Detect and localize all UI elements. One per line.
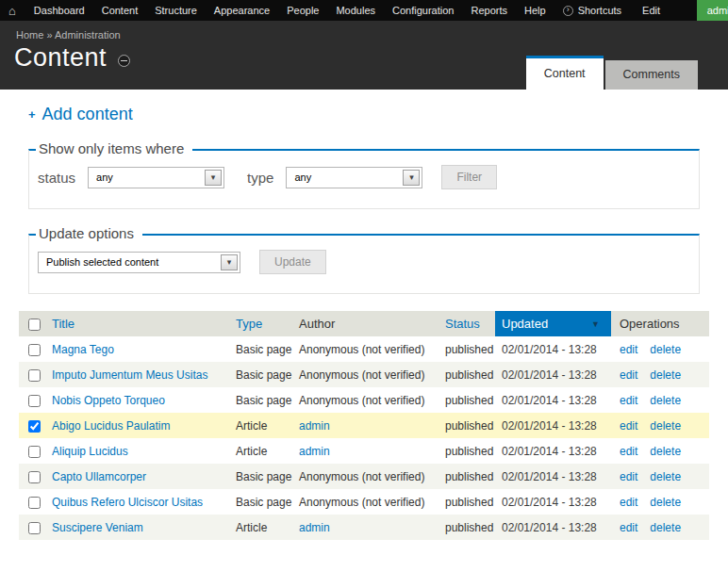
author-text: Anonymous (not verified) (297, 336, 443, 362)
node-type: Basic page (234, 387, 297, 413)
updated-timestamp: 02/01/2014 - 13:28 (495, 336, 611, 362)
add-content-link[interactable]: + Add content (28, 105, 133, 124)
delete-link[interactable]: delete (650, 343, 681, 356)
node-title-link[interactable]: Aliquip Lucidus (52, 445, 128, 458)
node-title-link[interactable]: Capto Ullamcorper (52, 470, 146, 483)
author-text: Anonymous (not verified) (297, 489, 443, 515)
toolbar-item-dashboard[interactable]: Dashboard (25, 0, 93, 21)
shortcut-toggle-icon[interactable] (118, 55, 130, 67)
type-select[interactable]: any ▾ (286, 167, 422, 188)
edit-shortcuts-link[interactable]: Edit shortcuts (630, 0, 697, 21)
updated-timestamp: 02/01/2014 - 13:28 (495, 413, 611, 438)
filter-button[interactable]: Filter (441, 165, 497, 189)
update-button[interactable]: Update (259, 250, 326, 274)
update-options-body: Publish selected content ▾ Update (29, 236, 699, 293)
update-action-value: Publish selected content (39, 256, 158, 268)
edit-link[interactable]: edit (620, 445, 637, 458)
plus-icon: + (28, 107, 36, 122)
home-icon[interactable]: ⌂ (0, 0, 25, 21)
delete-link[interactable]: delete (650, 445, 681, 458)
status-text: published (443, 387, 495, 413)
node-title-link[interactable]: Magna Tego (52, 343, 114, 356)
delete-link[interactable]: delete (650, 394, 681, 407)
user-badge[interactable]: admin (697, 0, 728, 21)
node-title-link[interactable]: Nobis Oppeto Torqueo (52, 394, 165, 407)
status-text: published (443, 362, 495, 387)
status-text: published (443, 413, 495, 438)
shortcuts-circle-icon: › (563, 6, 573, 16)
table-header-row: Title Type Author Status Updated ▼ Opera… (19, 311, 709, 336)
node-title-link[interactable]: Suscipere Veniam (52, 521, 143, 534)
delete-link[interactable]: delete (650, 419, 681, 433)
node-type: Article (234, 413, 297, 438)
status-label: status (38, 170, 75, 186)
delete-link[interactable]: delete (650, 470, 681, 483)
toolbar-item-appearance[interactable]: Appearance (206, 0, 278, 21)
toolbar-item-reports[interactable]: Reports (462, 0, 516, 21)
node-type: Basic page (234, 464, 297, 489)
node-title-link[interactable]: Imputo Jumentum Meus Usitas (52, 368, 207, 382)
type-label: type (247, 170, 273, 186)
row-checkbox[interactable] (28, 344, 41, 356)
edit-link[interactable]: edit (620, 470, 637, 483)
toolbar-item-configuration[interactable]: Configuration (384, 0, 462, 21)
row-checkbox[interactable] (28, 522, 41, 534)
delete-link[interactable]: delete (650, 368, 681, 382)
page-title-text: Content (14, 43, 107, 73)
author-link[interactable]: admin (299, 419, 330, 433)
node-type: Basic page (234, 489, 297, 515)
edit-link[interactable]: edit (620, 394, 637, 407)
tab-comments[interactable]: Comments (605, 60, 698, 90)
sort-updated-active[interactable]: Updated ▼ (495, 311, 611, 336)
toolbar-right: Edit shortcuts admin Log out (630, 0, 728, 21)
primary-tabs: Content Comments (526, 56, 698, 90)
delete-link[interactable]: delete (650, 496, 681, 509)
row-checkbox[interactable] (28, 420, 41, 433)
add-content-label: Add content (42, 105, 133, 124)
node-title-link[interactable]: Abigo Lucidus Paulatim (52, 419, 170, 433)
edit-link[interactable]: edit (620, 521, 637, 534)
select-all-checkbox[interactable] (28, 319, 41, 331)
filter-fieldset-body: status any ▾ type any ▾ Filter (29, 151, 699, 208)
sort-title-link[interactable]: Title (52, 317, 74, 331)
sort-status-link[interactable]: Status (445, 317, 480, 331)
update-options-fieldset: Update options Publish selected content … (28, 234, 700, 294)
chevron-down-icon: ▾ (205, 170, 222, 186)
updated-timestamp: 02/01/2014 - 13:28 (495, 464, 611, 489)
updated-timestamp: 02/01/2014 - 13:28 (495, 362, 611, 387)
tab-content[interactable]: Content (526, 56, 604, 90)
node-title-link[interactable]: Quibus Refero Ulciscor Usitas (52, 496, 203, 509)
edit-link[interactable]: edit (620, 419, 637, 433)
breadcrumb[interactable]: Home » Administration (0, 21, 728, 41)
row-checkbox[interactable] (28, 369, 41, 382)
edit-link[interactable]: edit (620, 343, 637, 356)
operations-header: Operations (611, 311, 709, 336)
content-table: Title Type Author Status Updated ▼ Opera… (19, 311, 709, 540)
author-link[interactable]: admin (299, 445, 330, 458)
row-checkbox[interactable] (28, 395, 41, 407)
node-type: Article (234, 515, 297, 540)
update-action-select[interactable]: Publish selected content ▾ (38, 252, 240, 273)
delete-link[interactable]: delete (650, 521, 681, 534)
status-text: published (443, 515, 495, 540)
toolbar-item-structure[interactable]: Structure (146, 0, 206, 21)
toolbar-item-people[interactable]: People (278, 0, 327, 21)
row-checkbox[interactable] (28, 497, 41, 509)
table-row: Nobis Oppeto TorqueoBasic pageAnonymous … (19, 387, 709, 413)
toolbar-item-modules[interactable]: Modules (327, 0, 384, 21)
table-row: Magna TegoBasic pageAnonymous (not verif… (19, 336, 709, 362)
toolbar-menu: DashboardContentStructureAppearancePeopl… (25, 0, 554, 21)
edit-link[interactable]: edit (620, 496, 637, 509)
edit-link[interactable]: edit (620, 368, 637, 382)
author-link[interactable]: admin (299, 521, 330, 534)
toolbar-item-content[interactable]: Content (93, 0, 147, 21)
status-select[interactable]: any ▾ (88, 167, 224, 188)
row-checkbox[interactable] (28, 471, 41, 483)
table-row: Suscipere VeniamArticleadminpublished02/… (19, 515, 709, 540)
toolbar-item-help[interactable]: Help (516, 0, 554, 21)
sort-type-link[interactable]: Type (236, 317, 262, 331)
node-type: Basic page (234, 362, 297, 387)
toolbar-item-shortcuts[interactable]: › Shortcuts (554, 0, 630, 21)
row-checkbox[interactable] (28, 446, 41, 458)
content-table-body: Magna TegoBasic pageAnonymous (not verif… (19, 336, 709, 540)
